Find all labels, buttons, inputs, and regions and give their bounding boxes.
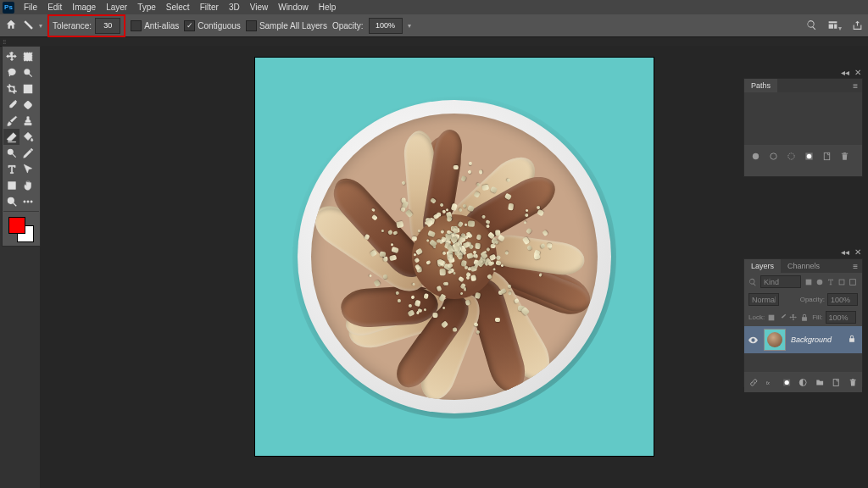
link-layers-icon[interactable] <box>749 378 758 387</box>
svg-point-7 <box>23 200 25 202</box>
panel-collapse-icon[interactable]: ◂◂ ✕ <box>841 247 861 257</box>
svg-point-14 <box>807 153 812 158</box>
svg-rect-25 <box>833 379 838 385</box>
svg-point-9 <box>30 200 31 202</box>
paths-list[interactable] <box>744 92 862 145</box>
shape-tool[interactable] <box>3 177 19 193</box>
document-canvas[interactable] <box>255 58 654 456</box>
share-icon[interactable] <box>852 19 863 32</box>
hand-tool[interactable] <box>19 177 36 193</box>
stamp-tool[interactable] <box>19 113 36 129</box>
chevron-down-icon[interactable]: ▾ <box>39 22 42 30</box>
layer-fill-input[interactable] <box>826 311 856 324</box>
new-path-icon[interactable] <box>822 152 832 161</box>
filter-adjust-icon[interactable] <box>815 278 824 286</box>
svg-point-23 <box>784 380 788 384</box>
menu-view[interactable]: View <box>245 2 274 13</box>
svg-rect-15 <box>824 152 829 159</box>
svg-rect-20 <box>769 314 775 320</box>
filter-pixel-icon[interactable] <box>804 278 813 286</box>
eyedropper-tool[interactable] <box>3 97 19 113</box>
stroke-path-icon[interactable] <box>769 152 778 161</box>
frame-tool[interactable] <box>19 80 36 97</box>
fx-icon[interactable]: fx <box>765 378 774 387</box>
svg-rect-0 <box>24 53 31 60</box>
crop-tool[interactable] <box>3 80 19 97</box>
new-layer-icon[interactable] <box>832 378 840 387</box>
filter-shape-icon[interactable] <box>837 278 846 286</box>
panel-collapse-icon[interactable]: ◂◂ ✕ <box>841 68 861 77</box>
foreground-swatch[interactable] <box>8 217 25 234</box>
layer-opacity-input[interactable] <box>827 293 858 306</box>
menu-image[interactable]: Image <box>67 2 101 13</box>
color-swatches[interactable] <box>3 214 39 244</box>
panel-menu-icon[interactable]: ≡ <box>849 260 862 273</box>
paint-bucket-tool[interactable] <box>19 129 36 145</box>
menu-3d[interactable]: 3D <box>224 2 245 13</box>
selection-path-icon[interactable] <box>787 152 796 161</box>
lock-all-icon[interactable] <box>800 313 809 322</box>
menu-select[interactable]: Select <box>161 2 195 13</box>
contiguous-checkbox[interactable]: Contiguous <box>184 20 241 31</box>
menu-edit[interactable]: Edit <box>42 2 67 13</box>
menu-filter[interactable]: Filter <box>195 2 224 13</box>
layer-name[interactable]: Background <box>791 336 832 344</box>
app-icon: Ps <box>3 2 14 14</box>
menu-file[interactable]: File <box>19 2 42 13</box>
sample-all-checkbox[interactable]: Sample All Layers <box>246 20 327 31</box>
dodge-tool[interactable] <box>3 145 19 161</box>
canvas-content <box>298 100 611 413</box>
lock-transparent-icon[interactable] <box>767 313 776 322</box>
menu-layer[interactable]: Layer <box>101 2 132 13</box>
eraser-tool[interactable] <box>3 129 19 145</box>
layer-thumbnail[interactable] <box>764 329 786 351</box>
search-icon[interactable] <box>806 19 817 32</box>
move-tool[interactable] <box>3 48 19 64</box>
trash-icon[interactable] <box>849 378 857 387</box>
healing-tool[interactable] <box>19 97 36 113</box>
trash-icon[interactable] <box>840 152 849 161</box>
channels-tab[interactable]: Channels <box>781 259 826 273</box>
search-icon[interactable] <box>748 278 757 286</box>
mask-icon[interactable] <box>804 152 814 161</box>
menu-help[interactable]: Help <box>314 2 342 13</box>
marquee-tool[interactable] <box>19 48 36 64</box>
lock-position-icon[interactable] <box>789 313 798 322</box>
workspace-icon[interactable]: ▾ <box>827 19 842 32</box>
brush-tool[interactable] <box>3 113 19 129</box>
lock-icon[interactable] <box>848 335 856 345</box>
fill-path-icon[interactable] <box>751 152 760 161</box>
pen-tool[interactable] <box>19 145 36 161</box>
adjustment-icon[interactable] <box>798 378 807 387</box>
anti-alias-checkbox[interactable]: Anti-alias <box>131 20 179 31</box>
panel-menu-icon[interactable]: ≡ <box>849 80 862 92</box>
lock-pixels-icon[interactable] <box>778 313 787 322</box>
tool-preset-icon[interactable] <box>22 19 34 31</box>
blend-mode-select[interactable] <box>748 293 779 306</box>
home-icon[interactable] <box>5 19 17 32</box>
layer-filter-input[interactable] <box>760 275 801 288</box>
lasso-tool[interactable] <box>3 64 19 80</box>
svg-point-17 <box>817 279 823 285</box>
layer-row-background[interactable]: Background <box>744 326 862 353</box>
layers-empty-area[interactable] <box>744 353 862 372</box>
type-tool[interactable] <box>3 161 19 177</box>
sample-all-label: Sample All Layers <box>259 21 327 30</box>
group-icon[interactable] <box>815 378 824 387</box>
filter-smart-icon[interactable] <box>849 278 857 286</box>
zoom-tool[interactable] <box>3 193 19 209</box>
layers-tab[interactable]: Layers <box>744 259 781 273</box>
filter-type-icon[interactable] <box>826 278 835 286</box>
chevron-down-icon[interactable]: ▾ <box>408 22 411 30</box>
visibility-toggle[interactable] <box>748 335 759 346</box>
opacity-input[interactable] <box>369 18 403 34</box>
menu-window[interactable]: Window <box>273 2 314 13</box>
edit-toolbar[interactable] <box>19 193 36 209</box>
svg-point-11 <box>771 152 776 158</box>
mask-icon[interactable] <box>782 378 791 387</box>
paths-tab[interactable]: Paths <box>744 79 777 92</box>
tolerance-input[interactable] <box>95 18 120 34</box>
path-select-tool[interactable] <box>19 161 36 177</box>
quick-select-tool[interactable] <box>19 64 36 80</box>
menu-type[interactable]: Type <box>132 2 161 13</box>
